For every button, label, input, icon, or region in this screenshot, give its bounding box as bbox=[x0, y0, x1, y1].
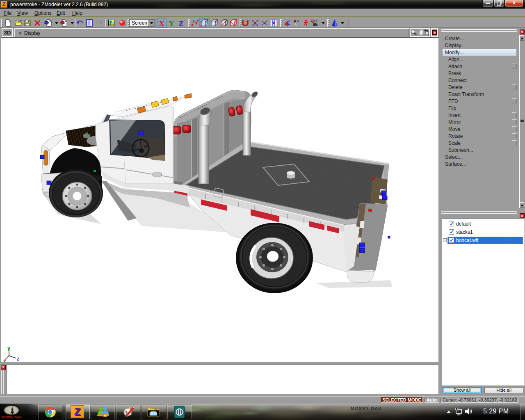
svg-text:Y: Y bbox=[169, 20, 174, 27]
svg-text:X: X bbox=[159, 20, 164, 27]
svg-text:Z: Z bbox=[179, 20, 183, 27]
svg-text:Screen: Screen bbox=[132, 20, 147, 26]
svg-text:x: x bbox=[3, 358, 6, 362]
svg-text:z: z bbox=[17, 356, 19, 362]
svg-text:y: y bbox=[7, 345, 10, 351]
